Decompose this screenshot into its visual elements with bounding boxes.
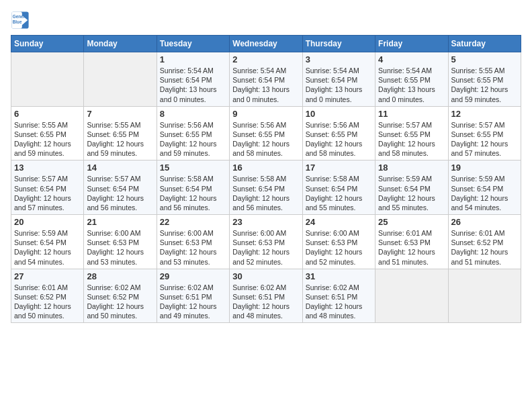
day-number: 4	[378, 54, 445, 64]
calendar-cell: 18Sunrise: 5:59 AMSunset: 6:54 PMDayligh…	[375, 161, 448, 215]
day-info: Sunrise: 5:57 AMSunset: 6:55 PMDaylight:…	[378, 120, 445, 158]
day-info: Sunrise: 6:00 AMSunset: 6:53 PMDaylight:…	[160, 228, 226, 267]
calendar-header-row: SundayMondayTuesdayWednesdayThursdayFrid…	[11, 36, 521, 52]
day-number: 2	[232, 54, 299, 64]
calendar-cell: 1Sunrise: 5:54 AMSunset: 6:54 PMDaylight…	[157, 52, 229, 107]
day-number: 27	[14, 271, 81, 281]
header-monday: Monday	[84, 36, 157, 52]
day-info: Sunrise: 6:00 AMSunset: 6:53 PMDaylight:…	[232, 228, 299, 267]
day-info: Sunrise: 5:55 AMSunset: 6:55 PMDaylight:…	[14, 120, 81, 158]
day-info: Sunrise: 5:54 AMSunset: 6:54 PMDaylight:…	[232, 66, 299, 104]
day-number: 29	[160, 271, 226, 281]
day-number: 10	[306, 109, 372, 119]
day-info: Sunrise: 5:55 AMSunset: 6:55 PMDaylight:…	[451, 66, 518, 104]
day-info: Sunrise: 5:56 AMSunset: 6:55 PMDaylight:…	[232, 120, 299, 158]
day-info: Sunrise: 5:56 AMSunset: 6:55 PMDaylight:…	[306, 120, 372, 158]
calendar-cell: 30Sunrise: 6:02 AMSunset: 6:51 PMDayligh…	[230, 269, 302, 323]
day-info: Sunrise: 5:59 AMSunset: 6:54 PMDaylight:…	[14, 228, 81, 267]
day-info: Sunrise: 5:57 AMSunset: 6:54 PMDaylight:…	[87, 174, 153, 212]
calendar-cell: 4Sunrise: 5:54 AMSunset: 6:55 PMDaylight…	[375, 52, 448, 107]
calendar-cell: 22Sunrise: 6:00 AMSunset: 6:53 PMDayligh…	[157, 215, 229, 269]
day-info: Sunrise: 5:54 AMSunset: 6:54 PMDaylight:…	[160, 66, 226, 104]
calendar-cell: 21Sunrise: 6:00 AMSunset: 6:53 PMDayligh…	[84, 215, 157, 269]
day-number: 25	[378, 217, 445, 227]
calendar-week-1: 1Sunrise: 5:54 AMSunset: 6:54 PMDaylight…	[11, 52, 521, 107]
calendar-cell: 9Sunrise: 5:56 AMSunset: 6:55 PMDaylight…	[230, 106, 302, 161]
day-number: 17	[306, 163, 372, 173]
day-info: Sunrise: 6:01 AMSunset: 6:52 PMDaylight:…	[14, 283, 81, 321]
calendar-cell: 5Sunrise: 5:55 AMSunset: 6:55 PMDaylight…	[448, 52, 521, 107]
calendar-cell: 23Sunrise: 6:00 AMSunset: 6:53 PMDayligh…	[230, 215, 302, 269]
day-number: 3	[306, 54, 372, 64]
day-number: 11	[378, 109, 445, 119]
day-info: Sunrise: 6:02 AMSunset: 6:51 PMDaylight:…	[160, 283, 226, 321]
calendar-cell: 19Sunrise: 5:59 AMSunset: 6:54 PMDayligh…	[448, 161, 521, 215]
calendar-week-3: 13Sunrise: 5:57 AMSunset: 6:54 PMDayligh…	[11, 161, 521, 215]
day-info: Sunrise: 5:58 AMSunset: 6:54 PMDaylight:…	[232, 174, 299, 212]
calendar-table: SundayMondayTuesdayWednesdayThursdayFrid…	[11, 35, 521, 323]
day-number: 7	[87, 109, 153, 119]
day-number: 13	[14, 163, 81, 173]
calendar-cell: 15Sunrise: 5:58 AMSunset: 6:54 PMDayligh…	[157, 161, 229, 215]
day-number: 26	[451, 217, 518, 227]
calendar-cell	[375, 269, 448, 323]
day-info: Sunrise: 5:58 AMSunset: 6:54 PMDaylight:…	[306, 174, 372, 212]
day-number: 21	[87, 217, 153, 227]
calendar-cell: 12Sunrise: 5:57 AMSunset: 6:55 PMDayligh…	[448, 106, 521, 161]
day-info: Sunrise: 5:58 AMSunset: 6:54 PMDaylight:…	[160, 174, 226, 212]
day-info: Sunrise: 5:59 AMSunset: 6:54 PMDaylight:…	[378, 174, 445, 212]
calendar-week-4: 20Sunrise: 5:59 AMSunset: 6:54 PMDayligh…	[11, 215, 521, 269]
calendar-cell: 14Sunrise: 5:57 AMSunset: 6:54 PMDayligh…	[84, 161, 157, 215]
calendar-cell	[448, 269, 521, 323]
calendar-cell: 13Sunrise: 5:57 AMSunset: 6:54 PMDayligh…	[11, 161, 84, 215]
day-info: Sunrise: 5:59 AMSunset: 6:54 PMDaylight:…	[451, 174, 518, 212]
header-sunday: Sunday	[11, 36, 84, 52]
header-friday: Friday	[375, 36, 448, 52]
day-number: 16	[232, 163, 299, 173]
logo: General Blue	[11, 11, 32, 30]
calendar-cell: 29Sunrise: 6:02 AMSunset: 6:51 PMDayligh…	[157, 269, 229, 323]
calendar-cell: 2Sunrise: 5:54 AMSunset: 6:54 PMDaylight…	[230, 52, 302, 107]
header-tuesday: Tuesday	[157, 36, 229, 52]
day-number: 28	[87, 271, 153, 281]
day-number: 24	[306, 217, 372, 227]
header-wednesday: Wednesday	[230, 36, 302, 52]
day-number: 23	[232, 217, 299, 227]
day-number: 1	[160, 54, 226, 64]
calendar-cell: 11Sunrise: 5:57 AMSunset: 6:55 PMDayligh…	[375, 106, 448, 161]
day-number: 18	[378, 163, 445, 173]
day-number: 31	[306, 271, 372, 281]
day-info: Sunrise: 5:54 AMSunset: 6:55 PMDaylight:…	[378, 66, 445, 104]
calendar-cell: 25Sunrise: 6:01 AMSunset: 6:53 PMDayligh…	[375, 215, 448, 269]
day-info: Sunrise: 6:00 AMSunset: 6:53 PMDaylight:…	[87, 228, 153, 267]
day-info: Sunrise: 5:57 AMSunset: 6:55 PMDaylight:…	[451, 120, 518, 158]
calendar-cell: 8Sunrise: 5:56 AMSunset: 6:55 PMDaylight…	[157, 106, 229, 161]
calendar-cell: 28Sunrise: 6:02 AMSunset: 6:52 PMDayligh…	[84, 269, 157, 323]
day-info: Sunrise: 5:55 AMSunset: 6:55 PMDaylight:…	[87, 120, 153, 158]
day-number: 20	[14, 217, 81, 227]
day-info: Sunrise: 5:54 AMSunset: 6:54 PMDaylight:…	[306, 66, 372, 104]
day-number: 9	[232, 109, 299, 119]
day-number: 5	[451, 54, 518, 64]
header-thursday: Thursday	[302, 36, 375, 52]
calendar-cell: 26Sunrise: 6:01 AMSunset: 6:52 PMDayligh…	[448, 215, 521, 269]
page-header: General Blue	[11, 11, 521, 30]
day-number: 19	[451, 163, 518, 173]
svg-text:Blue: Blue	[13, 19, 22, 24]
header-saturday: Saturday	[448, 36, 521, 52]
calendar-cell	[84, 52, 157, 107]
day-number: 6	[14, 109, 81, 119]
logo-icon: General Blue	[11, 11, 30, 30]
day-info: Sunrise: 6:01 AMSunset: 6:53 PMDaylight:…	[378, 228, 445, 267]
day-number: 8	[160, 109, 226, 119]
calendar-week-2: 6Sunrise: 5:55 AMSunset: 6:55 PMDaylight…	[11, 106, 521, 161]
calendar-cell	[11, 52, 84, 107]
calendar-cell: 31Sunrise: 6:02 AMSunset: 6:51 PMDayligh…	[302, 269, 375, 323]
day-number: 15	[160, 163, 226, 173]
day-info: Sunrise: 6:02 AMSunset: 6:52 PMDaylight:…	[87, 283, 153, 321]
day-number: 14	[87, 163, 153, 173]
svg-text:General: General	[13, 14, 29, 19]
calendar-cell: 24Sunrise: 6:00 AMSunset: 6:53 PMDayligh…	[302, 215, 375, 269]
calendar-week-5: 27Sunrise: 6:01 AMSunset: 6:52 PMDayligh…	[11, 269, 521, 323]
calendar-cell: 6Sunrise: 5:55 AMSunset: 6:55 PMDaylight…	[11, 106, 84, 161]
